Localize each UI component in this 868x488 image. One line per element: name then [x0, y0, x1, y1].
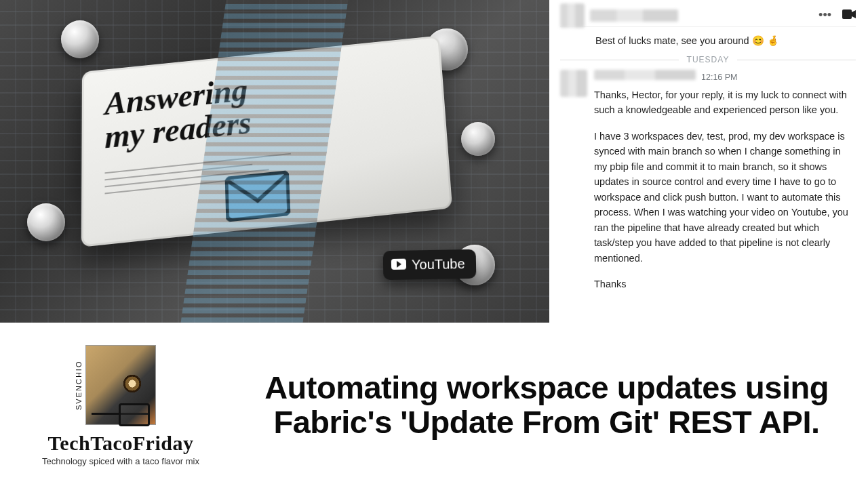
hero-illustration: Answering my readers YouTube [0, 0, 549, 323]
more-icon[interactable]: ••• [818, 8, 831, 22]
brand-tagline: Technology spiced with a taco flavor mix [19, 456, 222, 466]
answer-panel: Answering my readers [81, 35, 452, 247]
chat-panel: ••• Best of lucks mate, see you around 😊… [549, 0, 868, 323]
name-blurred [590, 9, 678, 22]
day-label: TUESDAY [687, 55, 730, 64]
msg-paragraph: Thanks, Hector, for your reply, it is my… [594, 87, 856, 118]
avatar-blurred [560, 3, 585, 28]
chat-message-1: Best of lucks mate, see you around 😊 🤞 [560, 27, 856, 54]
message-timestamp: 12:16 PM [701, 73, 738, 82]
brand-logo: SVENCHIO [85, 345, 156, 425]
knob-decor [61, 20, 99, 58]
knob-decor [27, 203, 65, 241]
chat-message-2: 12:16 PM Thanks, Hector, for your reply,… [560, 70, 856, 303]
svg-point-1 [256, 199, 260, 203]
brand-block: SVENCHIO TechTacoFriday Technology spice… [19, 345, 222, 466]
day-separator: TUESDAY [560, 55, 856, 64]
brand-name: TechTacoFriday [19, 432, 222, 455]
video-icon[interactable] [842, 8, 856, 22]
svg-rect-2 [842, 9, 852, 19]
chat-topbar: ••• [560, 0, 856, 27]
brand-side-label: SVENCHIO [74, 346, 83, 424]
footer-section: SVENCHIO TechTacoFriday Technology spice… [0, 323, 868, 488]
glasses-icon [92, 413, 150, 415]
article-headline: Automating workspace updates using Fabri… [241, 371, 852, 440]
eye-icon [117, 373, 147, 394]
msg-paragraph: Thanks [594, 277, 856, 291]
name-blurred [594, 70, 696, 80]
youtube-badge: YouTube [383, 249, 476, 280]
message-body: Thanks, Hector, for your reply, it is my… [594, 87, 856, 292]
svg-rect-0 [226, 171, 290, 220]
avatar-blurred [560, 70, 587, 97]
envelope-icon [225, 170, 291, 222]
youtube-label: YouTube [412, 256, 465, 272]
msg-paragraph: I have 3 workspaces dev, test, prod, my … [594, 129, 856, 266]
knob-decor [461, 122, 495, 156]
